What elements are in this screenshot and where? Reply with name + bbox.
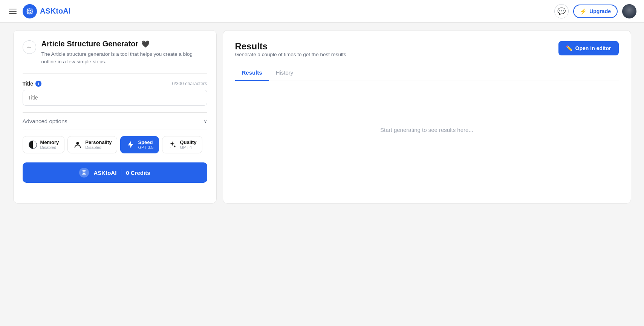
empty-state: Start generating to see results here...	[235, 81, 619, 179]
generate-btn-credits: 0 Credits	[126, 170, 150, 176]
svg-rect-5	[30, 11, 31, 12]
svg-rect-11	[82, 171, 86, 175]
svg-point-10	[76, 142, 79, 145]
tool-header: ← Article Structure Generator 🖤 The Arti…	[23, 40, 207, 66]
results-header: Results Generate a couple of times to ge…	[235, 41, 619, 64]
quality-chip-title: Quality	[180, 139, 196, 145]
tab-history[interactable]: History	[269, 66, 300, 81]
empty-state-text: Start generating to see results here...	[380, 127, 473, 133]
header-left: ASKtoAI	[8, 4, 70, 18]
results-title-block: Results Generate a couple of times to ge…	[235, 41, 346, 64]
advanced-options-label: Advanced options	[23, 118, 67, 124]
chat-icon: 💬	[557, 7, 566, 15]
main-content: ← Article Structure Generator 🖤 The Arti…	[6, 23, 639, 211]
open-editor-button[interactable]: ✏️ Open in editor	[558, 41, 619, 55]
memory-chip-subtitle: Disabled	[40, 145, 59, 150]
quality-chip[interactable]: Quality GPT-4	[162, 136, 202, 154]
title-label: Title i	[23, 81, 42, 87]
quality-chip-texts: Quality GPT-4	[180, 139, 196, 150]
logo-text-ai: AI	[63, 7, 70, 15]
logo-circle-icon	[23, 4, 37, 18]
svg-rect-12	[83, 171, 84, 173]
speed-chip-title: Speed	[138, 139, 153, 145]
results-subtitle: Generate a couple of times to get the be…	[235, 52, 346, 57]
personality-chip-title: Personality	[85, 139, 112, 145]
personality-icon	[73, 140, 82, 149]
memory-icon	[28, 140, 37, 149]
generate-btn-divider	[121, 169, 121, 176]
upgrade-label: Upgrade	[589, 8, 611, 14]
back-icon: ←	[26, 44, 32, 51]
generate-btn-brand: ASKtoAI	[93, 170, 116, 176]
svg-rect-14	[83, 173, 84, 174]
tab-results[interactable]: Results	[235, 66, 269, 81]
pen-icon: ✏️	[566, 45, 572, 51]
speed-chip-subtitle: GPT-3.5	[138, 145, 153, 150]
speed-chip-texts: Speed GPT-3.5	[138, 139, 153, 150]
title-field-label-row: Title i 0/300 characters	[23, 81, 207, 87]
tool-description: The Article structure generator is a too…	[41, 51, 207, 66]
personality-chip-texts: Personality Disabled	[85, 139, 112, 150]
logo-text-ask: ASK	[40, 7, 56, 15]
logo-text-to: to	[56, 7, 63, 15]
tool-title: Article Structure Generator 🖤	[41, 40, 207, 48]
chevron-down-icon: ∨	[203, 118, 207, 124]
avatar[interactable]	[622, 4, 636, 18]
back-button[interactable]: ←	[23, 40, 36, 54]
option-chips: Memory Disabled Personality Disabled	[23, 130, 207, 157]
tool-info: Article Structure Generator 🖤 The Articl…	[41, 40, 207, 66]
personality-chip[interactable]: Personality Disabled	[67, 136, 117, 154]
memory-chip[interactable]: Memory Disabled	[23, 136, 65, 154]
char-count: 0/300 characters	[172, 81, 207, 86]
memory-chip-title: Memory	[40, 139, 59, 145]
generate-button[interactable]: ASKtoAI 0 Credits	[23, 162, 207, 183]
divider-1	[23, 73, 207, 74]
heart-icon[interactable]: 🖤	[141, 40, 150, 48]
results-title: Results	[235, 41, 346, 52]
avatar-image	[622, 4, 636, 18]
info-badge: i	[35, 81, 41, 87]
hamburger-icon[interactable]	[8, 7, 18, 15]
bolt-chip-icon	[126, 140, 135, 149]
quality-chip-subtitle: GPT-4	[180, 145, 196, 150]
header: ASKtoAI 💬 ⚡ Upgrade	[0, 0, 644, 23]
svg-rect-15	[84, 173, 86, 174]
open-editor-label: Open in editor	[575, 45, 611, 51]
sparkle-chip-icon	[168, 140, 177, 149]
chat-button[interactable]: 💬	[554, 4, 569, 18]
header-right: 💬 ⚡ Upgrade	[554, 4, 636, 18]
left-panel: ← Article Structure Generator 🖤 The Arti…	[13, 30, 217, 204]
upgrade-button[interactable]: ⚡ Upgrade	[573, 5, 618, 18]
personality-chip-subtitle: Disabled	[85, 145, 112, 150]
advanced-options-row[interactable]: Advanced options ∨	[23, 112, 207, 130]
svg-rect-13	[84, 171, 86, 173]
results-tabs: Results History	[235, 66, 619, 81]
svg-rect-2	[28, 10, 29, 11]
generate-btn-logo	[79, 168, 89, 178]
right-panel: Results Generate a couple of times to ge…	[223, 30, 631, 204]
logo-container: ASKtoAI	[23, 4, 70, 18]
bolt-icon: ⚡	[580, 8, 587, 15]
svg-rect-3	[30, 10, 31, 11]
svg-rect-4	[28, 11, 29, 12]
memory-chip-texts: Memory Disabled	[40, 139, 59, 150]
speed-chip[interactable]: Speed GPT-3.5	[120, 136, 159, 154]
title-input[interactable]	[23, 90, 207, 106]
logo-text: ASKtoAI	[40, 7, 70, 15]
